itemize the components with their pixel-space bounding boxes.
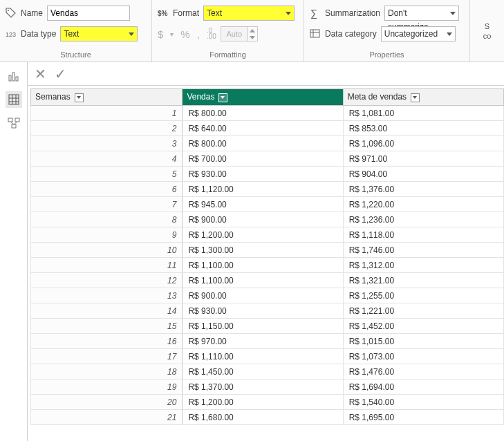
cell-semanas[interactable]: 12	[31, 273, 183, 288]
cell-meta[interactable]: R$ 1,096.00	[343, 136, 503, 151]
chevron-down-icon[interactable]	[411, 93, 420, 102]
col-semanas[interactable]: Semanas	[31, 89, 183, 106]
table-row[interactable]: 13R$ 900.00R$ 1,255.00	[31, 288, 504, 303]
cell-meta[interactable]: R$ 1,694.00	[343, 379, 503, 395]
cell-vendas[interactable]: R$ 1,100.00	[183, 258, 343, 273]
cell-meta[interactable]: R$ 1,015.00	[343, 334, 503, 349]
table-row[interactable]: 3R$ 800.00R$ 1,096.00	[31, 136, 504, 151]
table-row[interactable]: 17R$ 1,110.00R$ 1,073.00	[31, 349, 504, 364]
chevron-down-icon[interactable]	[75, 93, 84, 102]
table-row[interactable]: 2R$ 640.00R$ 853.00	[31, 121, 504, 136]
cell-meta[interactable]: R$ 1,118.00	[343, 227, 503, 243]
cell-vendas[interactable]: R$ 945.00	[183, 197, 343, 212]
table-row[interactable]: 6R$ 1,120.00R$ 1,376.00	[31, 182, 504, 197]
cell-semanas[interactable]: 10	[31, 243, 183, 258]
name-input[interactable]	[47, 6, 130, 21]
cell-semanas[interactable]: 11	[31, 258, 183, 273]
cell-meta[interactable]: R$ 1,221.00	[343, 303, 503, 319]
cell-semanas[interactable]: 4	[31, 151, 183, 167]
table-row[interactable]: 16R$ 970.00R$ 1,015.00	[31, 334, 504, 349]
cell-vendas[interactable]: R$ 1,100.00	[183, 273, 343, 288]
cell-vendas[interactable]: R$ 700.00	[183, 151, 343, 167]
cell-semanas[interactable]: 9	[31, 227, 183, 243]
summarization-select[interactable]: Don't summarize	[384, 6, 459, 21]
cell-vendas[interactable]: R$ 1,300.00	[183, 243, 343, 258]
cell-semanas[interactable]: 8	[31, 212, 183, 227]
col-meta-de-vendas[interactable]: Meta de vendas	[343, 89, 503, 106]
cell-meta[interactable]: R$ 1,321.00	[343, 273, 503, 288]
cell-vendas[interactable]: R$ 1,110.00	[183, 349, 343, 364]
table-row[interactable]: 19R$ 1,370.00R$ 1,694.00	[31, 379, 504, 395]
cell-vendas[interactable]: R$ 1,450.00	[183, 364, 343, 379]
currency-button[interactable]: $	[158, 28, 163, 40]
cell-semanas[interactable]: 6	[31, 182, 183, 197]
cell-semanas[interactable]: 20	[31, 395, 183, 410]
cell-vendas[interactable]: R$ 1,150.00	[183, 319, 343, 334]
table-row[interactable]: 1R$ 800.00R$ 1,081.00	[31, 106, 504, 121]
cell-vendas[interactable]: R$ 900.00	[183, 212, 343, 227]
cell-vendas[interactable]: R$ 1,680.00	[183, 410, 343, 425]
table-row[interactable]: 7R$ 945.00R$ 1,220.00	[31, 197, 504, 212]
cell-meta[interactable]: R$ 1,540.00	[343, 395, 503, 410]
data-view-button[interactable]	[6, 91, 22, 108]
cell-meta[interactable]: R$ 1,476.00	[343, 364, 503, 379]
table-row[interactable]: 8R$ 900.00R$ 1,236.00	[31, 212, 504, 227]
cell-semanas[interactable]: 14	[31, 303, 183, 319]
cell-meta[interactable]: R$ 1,073.00	[343, 349, 503, 364]
datacategory-select[interactable]: Uncategorized	[381, 26, 456, 41]
cell-semanas[interactable]: 3	[31, 136, 183, 151]
table-row[interactable]: 11R$ 1,100.00R$ 1,312.00	[31, 258, 504, 273]
cell-vendas[interactable]: R$ 930.00	[183, 167, 343, 182]
cell-semanas[interactable]: 21	[31, 410, 183, 425]
table-row[interactable]: 5R$ 930.00R$ 904.00	[31, 167, 504, 182]
cell-vendas[interactable]: R$ 900.00	[183, 288, 343, 303]
report-view-button[interactable]	[6, 68, 22, 84]
decimal-stepper[interactable]: Auto	[221, 26, 258, 41]
table-row[interactable]: 21R$ 1,680.00R$ 1,695.00	[31, 410, 504, 425]
cell-semanas[interactable]: 13	[31, 288, 183, 303]
cell-semanas[interactable]: 16	[31, 334, 183, 349]
cell-vendas[interactable]: R$ 640.00	[183, 121, 343, 136]
stepper-down-icon[interactable]	[248, 34, 257, 41]
cell-semanas[interactable]: 7	[31, 197, 183, 212]
cell-semanas[interactable]: 19	[31, 379, 183, 395]
cancel-formula-button[interactable]: ✕	[35, 67, 46, 81]
model-view-button[interactable]	[6, 115, 22, 131]
format-select[interactable]: Text	[203, 6, 295, 21]
commit-formula-button[interactable]: ✓	[55, 67, 66, 81]
table-row[interactable]: 10R$ 1,300.00R$ 1,746.00	[31, 243, 504, 258]
table-row[interactable]: 9R$ 1,200.00R$ 1,118.00	[31, 227, 504, 243]
cell-vendas[interactable]: R$ 800.00	[183, 136, 343, 151]
cell-meta[interactable]: R$ 1,255.00	[343, 288, 503, 303]
cell-semanas[interactable]: 17	[31, 349, 183, 364]
table-row[interactable]: 18R$ 1,450.00R$ 1,476.00	[31, 364, 504, 379]
chevron-down-icon[interactable]	[218, 93, 227, 102]
cell-vendas[interactable]: R$ 930.00	[183, 303, 343, 319]
table-row[interactable]: 12R$ 1,100.00R$ 1,321.00	[31, 273, 504, 288]
cell-vendas[interactable]: R$ 970.00	[183, 334, 343, 349]
cell-vendas[interactable]: R$ 1,120.00	[183, 182, 343, 197]
cell-semanas[interactable]: 18	[31, 364, 183, 379]
stepper-up-icon[interactable]	[248, 27, 257, 34]
cell-vendas[interactable]: R$ 1,370.00	[183, 379, 343, 395]
cell-meta[interactable]: R$ 1,312.00	[343, 258, 503, 273]
cell-vendas[interactable]: R$ 800.00	[183, 106, 343, 121]
comma-button[interactable]: ,	[197, 28, 200, 40]
cell-semanas[interactable]: 2	[31, 121, 183, 136]
cell-meta[interactable]: R$ 1,236.00	[343, 212, 503, 227]
cell-semanas[interactable]: 5	[31, 167, 183, 182]
cell-meta[interactable]: R$ 1,452.00	[343, 319, 503, 334]
datatype-select[interactable]: Text	[60, 26, 138, 41]
cell-meta[interactable]: R$ 1,376.00	[343, 182, 503, 197]
cell-meta[interactable]: R$ 1,695.00	[343, 410, 503, 425]
table-row[interactable]: 20R$ 1,200.00R$ 1,540.00	[31, 395, 504, 410]
percent-button[interactable]: %	[180, 28, 189, 40]
cell-vendas[interactable]: R$ 1,200.00	[183, 227, 343, 243]
cell-meta[interactable]: R$ 853.00	[343, 121, 503, 136]
table-row[interactable]: 15R$ 1,150.00R$ 1,452.00	[31, 319, 504, 334]
decimal-inc-button[interactable]: .00	[207, 34, 216, 39]
cell-semanas[interactable]: 15	[31, 319, 183, 334]
table-row[interactable]: 4R$ 700.00R$ 971.00	[31, 151, 504, 167]
col-vendas[interactable]: Vendas	[183, 89, 343, 106]
table-row[interactable]: 14R$ 930.00R$ 1,221.00	[31, 303, 504, 319]
